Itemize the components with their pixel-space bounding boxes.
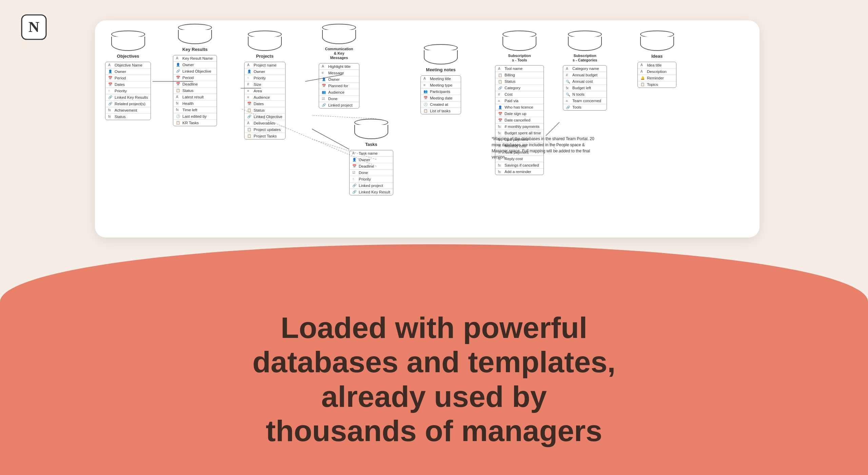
diagram-card: Objectives AObjective Name 👤Owner 📅Perio… [95, 20, 760, 238]
meeting-notes-cylinder [424, 44, 458, 64]
svg-line-4 [312, 129, 349, 149]
subs-categories-cylinder [568, 31, 602, 51]
annotation-text: *Mapping of the databases in the shared … [492, 136, 600, 160]
ideas-cylinder [640, 31, 674, 51]
obj-field-4: 📅Dates [105, 81, 151, 88]
key-results-db: Key Results AKey Result Name 👤Owner 🔗Lin… [173, 24, 217, 126]
projects-db: Projects AProject name 👤Owner ↑Priority … [244, 31, 285, 139]
obj-field-5: ↑Priority [105, 88, 151, 94]
comms-db: Communication& KeyMessages AHighlight ti… [319, 24, 359, 109]
obj-field-7: 🔗Related project(s) [105, 101, 151, 107]
tasks-cylinder [354, 119, 388, 139]
subs-categories-db: Subscriptions - Categories ACategory nam… [563, 31, 607, 111]
obj-field-8: fxAchievement [105, 107, 151, 114]
obj-field-2: 👤Owner [105, 69, 151, 75]
obj-field-3: 📅Period [105, 75, 151, 81]
svg-text:N: N [28, 18, 39, 35]
comms-cylinder [322, 24, 356, 44]
obj-field-9: fxStatus [105, 114, 151, 120]
meeting-notes-db: Meeting notes AMeeting title ≡Meeting ty… [420, 44, 461, 114]
objectives-db: Objectives AObjective Name 👤Owner 📅Perio… [105, 31, 151, 120]
svg-line-8 [312, 115, 376, 119]
projects-cylinder [248, 31, 282, 51]
ideas-db: Ideas AIdea title ADescription 🔔Reminder… [637, 31, 676, 88]
tasks-db: Tasks ATask name 👤Owner 📅Deadline ☑Done … [349, 119, 393, 195]
notion-logo: N [20, 14, 47, 41]
bottom-text: Loaded with powerful databases and templ… [0, 310, 868, 448]
svg-line-9 [546, 122, 559, 136]
obj-field-1: AObjective Name [105, 62, 151, 69]
objectives-cylinder [111, 31, 145, 51]
key-results-cylinder [178, 24, 212, 44]
obj-field-6: 🔗Linked Key Results [105, 94, 151, 101]
subs-tools-cylinder [502, 31, 536, 51]
